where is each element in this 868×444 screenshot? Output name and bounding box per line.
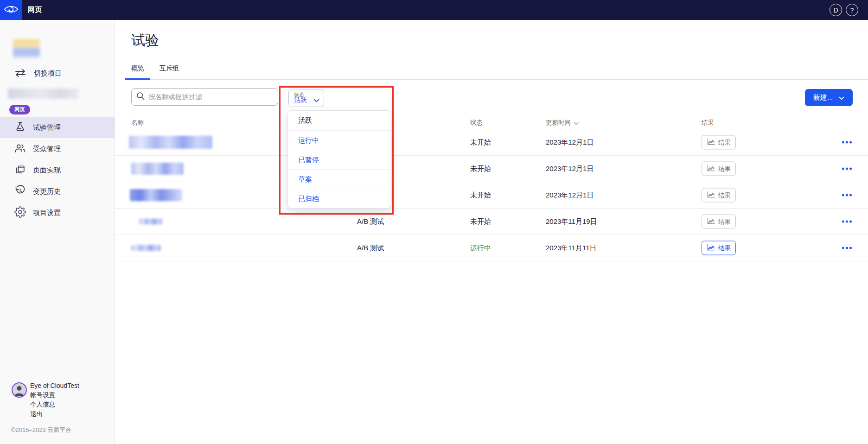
updated-date: 2023年12月1日 xyxy=(546,138,594,147)
sidebar-item-label: 项目设置 xyxy=(33,209,61,217)
updated-date: 2023年11月11日 xyxy=(546,244,597,253)
swap-arrows-icon xyxy=(13,68,28,79)
d-circle-icon[interactable]: D xyxy=(830,4,842,16)
topbar-actions: D ? xyxy=(830,4,868,16)
results-button[interactable]: 结果 xyxy=(702,188,736,203)
column-header-updated[interactable]: 更新时间 xyxy=(546,119,579,127)
sidebar-item-audiences[interactable]: 受众管理 xyxy=(0,138,115,159)
new-button-label: 新建... xyxy=(813,93,833,102)
search-box xyxy=(131,88,278,106)
sidebar-item-label: 试验管理 xyxy=(33,123,61,132)
status-text: 运行中 xyxy=(470,244,491,253)
page-title: 试验 xyxy=(131,31,159,50)
logout-link[interactable]: 退出 xyxy=(30,410,79,419)
switch-project-label: 切换项目 xyxy=(34,69,62,78)
search-icon xyxy=(136,92,145,102)
project-type-badge: 网页 xyxy=(9,105,30,114)
dropdown-option-active[interactable]: 活跃 xyxy=(288,111,391,130)
user-name: Eye of CloudTest xyxy=(30,381,79,391)
sidebar-item-history[interactable]: 变更历史 xyxy=(0,181,115,202)
table-header: 名称 状态 更新时间 结果 xyxy=(115,117,868,129)
sidebar-item-label: 变更历史 xyxy=(33,187,61,196)
sidebar-item-pages[interactable]: 页面实现 xyxy=(0,159,115,181)
sidebar-item-experiments[interactable]: 试验管理 xyxy=(0,117,115,138)
chart-icon xyxy=(707,217,715,226)
sidebar-item-settings[interactable]: 项目设置 xyxy=(0,202,115,223)
column-header-result: 结果 xyxy=(702,119,714,127)
sort-chevron-icon xyxy=(574,120,579,127)
column-header-status[interactable]: 状态 xyxy=(470,119,483,127)
experiment-type: A/B 测试 xyxy=(357,217,384,226)
experiment-table: 未开始 2023年12月1日 结果 未开始 2023年12月1日 xyxy=(115,129,868,261)
row-menu-button[interactable] xyxy=(841,139,853,146)
app-logo[interactable] xyxy=(0,0,22,20)
results-button[interactable]: 结果 xyxy=(702,162,736,176)
status-filter-value: 活跃 xyxy=(294,96,307,104)
status-text: 未开始 xyxy=(470,191,491,200)
updated-date: 2023年12月1日 xyxy=(546,191,594,200)
personal-info-link[interactable]: 个人信息 xyxy=(30,400,79,410)
chevron-down-icon xyxy=(313,96,319,104)
status-text: 未开始 xyxy=(470,217,491,226)
tab-overview[interactable]: 概览 xyxy=(125,64,150,79)
new-experiment-button[interactable]: 新建... xyxy=(805,89,853,106)
sidebar: 切换项目 网页 试验管理 受众管理 xyxy=(0,20,115,444)
sidebar-menu: 试验管理 受众管理 页面实现 xyxy=(0,117,115,223)
status-dropdown-menu: 活跃 运行中 已暂停 草案 已归档 xyxy=(287,110,391,209)
row-menu-button[interactable] xyxy=(841,191,853,199)
row-menu-button[interactable] xyxy=(841,244,853,252)
dropdown-option-paused[interactable]: 已暂停 xyxy=(288,150,391,169)
chart-icon xyxy=(707,138,715,146)
chart-icon xyxy=(707,191,715,199)
row-menu-button[interactable] xyxy=(841,218,853,226)
table-row: 未开始 2023年12月1日 结果 xyxy=(115,129,868,156)
chart-icon xyxy=(707,244,715,252)
help-circle-icon[interactable]: ? xyxy=(846,4,858,16)
switch-project-button[interactable]: 切换项目 xyxy=(13,68,62,79)
copyright: ©2015–2023 云眼平台 xyxy=(11,426,71,434)
gear-icon xyxy=(14,206,26,219)
chart-icon xyxy=(707,165,715,173)
redacted-project-logo xyxy=(13,39,40,58)
main-content: 试验 概览 互斥组 状态 活跃 新建... 名称 状态 更新时间 xyxy=(115,20,868,444)
top-bar: 网页 D ? xyxy=(0,0,868,20)
dropdown-option-running[interactable]: 运行中 xyxy=(288,130,391,150)
row-menu-button[interactable] xyxy=(841,165,853,173)
pages-icon xyxy=(14,164,26,177)
table-row: A/B 测试 未开始 2023年11月19日 结果 xyxy=(115,209,868,235)
account-settings-link[interactable]: 帐号设置 xyxy=(30,391,79,400)
table-row: A/B 测试 运行中 2023年11月11日 结果 xyxy=(115,235,868,261)
search-input[interactable] xyxy=(148,93,273,101)
redacted-experiment-name[interactable] xyxy=(131,245,161,251)
redacted-experiment-name[interactable] xyxy=(131,163,184,175)
tab-bar: 概览 互斥组 xyxy=(125,64,868,80)
brand-label: 网页 xyxy=(28,6,42,14)
table-row: 未开始 2023年12月1日 结果 xyxy=(115,156,868,182)
avatar[interactable] xyxy=(12,382,27,398)
results-button[interactable]: 结果 xyxy=(702,135,736,150)
history-icon xyxy=(14,185,26,198)
sidebar-item-label: 受众管理 xyxy=(33,145,61,153)
status-text: 未开始 xyxy=(470,165,491,173)
status-text: 未开始 xyxy=(470,138,491,147)
flask-icon xyxy=(14,121,26,134)
updated-date: 2023年11月19日 xyxy=(546,217,597,226)
updated-date: 2023年12月1日 xyxy=(546,165,594,173)
status-filter-button[interactable]: 状态 活跃 xyxy=(288,89,324,107)
redacted-experiment-name[interactable] xyxy=(139,219,162,225)
results-button[interactable]: 结果 xyxy=(702,241,736,255)
eye-logo-icon xyxy=(3,4,19,17)
dropdown-option-archived[interactable]: 已归档 xyxy=(288,189,391,208)
column-header-name[interactable]: 名称 xyxy=(131,119,144,127)
redacted-experiment-name[interactable] xyxy=(130,189,182,201)
results-button[interactable]: 结果 xyxy=(702,215,736,229)
experiment-type: A/B 测试 xyxy=(357,244,384,253)
redacted-project-name xyxy=(8,89,78,99)
sidebar-item-label: 页面实现 xyxy=(33,166,61,175)
chevron-down-icon xyxy=(839,94,844,101)
tab-exclusion-groups[interactable]: 互斥组 xyxy=(153,64,185,79)
redacted-experiment-name[interactable] xyxy=(129,136,212,149)
dropdown-option-draft[interactable]: 草案 xyxy=(288,169,391,189)
table-row: 未开始 2023年12月1日 结果 xyxy=(115,182,868,209)
user-block: Eye of CloudTest 帐号设置 个人信息 退出 xyxy=(30,381,79,419)
